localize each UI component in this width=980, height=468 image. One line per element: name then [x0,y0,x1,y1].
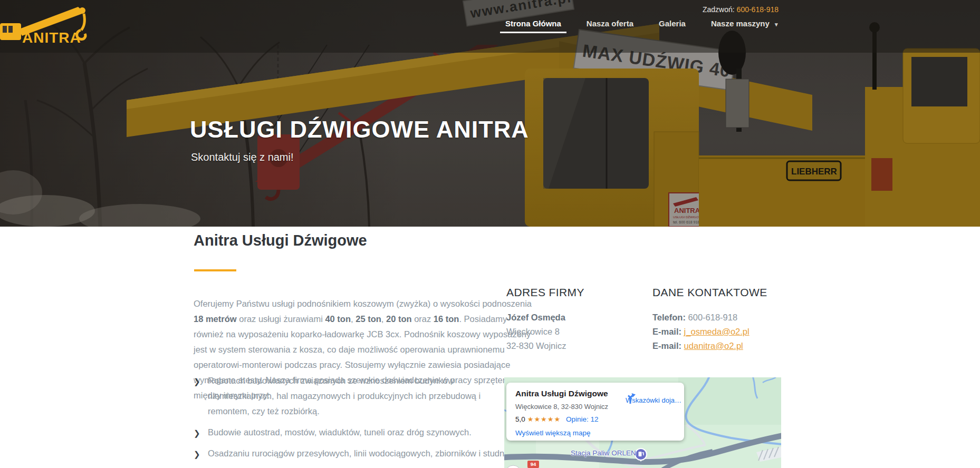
call-label: Zadzwoń: [703,5,735,14]
page: www.anitra.pl MAX UDŹWIG 40T [0,0,980,468]
para-seg-bold: 40 ton [325,314,351,324]
address-city: 32-830 Wojnicz [506,339,584,353]
email-link-2[interactable]: udanitra@o2.pl [684,341,743,350]
hero-section: www.anitra.pl MAX UDŹWIG 40T [0,0,980,227]
directions-control[interactable]: Wskazówki doja… [624,392,683,404]
list-item-text: Robotach budowlanych związanych ze wznos… [208,376,481,416]
road-number-badge: 94 [527,461,539,468]
google-map-embed[interactable]: Stacja Paliw ORLEN 94 Anitra Usługi Dźwi… [504,377,781,468]
header-band [0,0,980,53]
rating-value: 5,0 [515,415,525,423]
contact-block: DANE KONTAKTOWE Telefon: 600-618-918 E-m… [652,286,767,353]
map-card-rating: 5,0★★★★★Opinie: 12 [515,415,599,423]
anitra-logo[interactable]: ANITRA [0,0,111,44]
topbar-phone-link[interactable]: 600-618-918 [737,5,779,14]
email-link-1[interactable]: j_osmeda@o2.pl [684,327,750,336]
logo-text: ANITRA [22,30,81,44]
chevron-right-icon: ❯ [194,446,200,462]
poi-label-orlen[interactable]: Stacja Paliw ORLEN [571,449,636,457]
nav-nasze-maszyny[interactable]: Nasze maszyny ▾ [711,19,778,37]
owner-name: Józef Osmęda [506,313,565,322]
list-item-text: Budowie autostrad, mostów, wiaduktów, tu… [208,427,472,437]
para-seg: oraz usługi żurawiami [237,314,325,324]
para-seg: , [381,314,386,324]
reviews-link[interactable]: Opinie: 12 [566,415,599,423]
chevron-down-icon: ▾ [775,21,778,27]
services-list: ❯Robotach budowlanych związanych ze wzno… [194,373,521,468]
phone-label: Telefon: [652,313,686,322]
para-seg: oraz [412,314,434,324]
email-label: E-mail: [652,341,681,350]
contact-phone: 600-618-918 [688,313,738,322]
email-label: E-mail: [652,327,681,336]
address-street: Więckowice 8 [506,325,584,339]
para-seg: Oferujemy Państwu usługi podnośnikiem ko… [194,299,532,308]
page-title: Anitra Usługi Dźwigowe [194,232,367,249]
map-card-title: Anitra Usługi Dźwigowe [515,389,608,398]
topbar-call: Zadzwoń: 600-618-918 [703,5,779,14]
list-item: ❯Osadzaniu rurociągów przesyłowych, lini… [194,446,521,461]
company-address-block: ADRES FIRMY Józef Osmęda Więckowice 8 32… [506,286,584,353]
heading-underline [194,269,236,271]
nav-strona-glowna[interactable]: Strona Główna [505,19,561,37]
nav-nasza-oferta[interactable]: Nasza oferta [587,19,633,37]
nav-nasze-maszyny-label: Nasze maszyny [711,19,770,28]
list-item: ❯Robotach budowlanych związanych ze wzno… [194,373,521,419]
hero-photo: www.anitra.pl MAX UDŹWIG 40T [0,0,980,227]
list-item: ❯Budowie autostrad, mostów, wiaduktów, t… [194,425,521,440]
para-seg-bold: 25 ton [356,314,381,324]
contact-heading: DANE KONTAKTOWE [652,286,767,299]
para-seg-bold: 20 ton [386,314,412,324]
map-card-address: Więckowice 8, 32-830 Wojnicz [515,403,608,411]
list-item-text: Osadzaniu rurociągów przesyłowych, linii… [208,448,508,458]
para-seg-bold: 16 ton [434,314,459,324]
view-larger-map-link[interactable]: Wyświetl większą mapę [515,429,590,437]
directions-icon [624,392,637,405]
main-nav: Strona Główna Nasza oferta Galeria Nasze… [505,19,778,37]
address-heading: ADRES FIRMY [506,286,584,299]
star-rating-icons: ★★★★★ [527,415,561,423]
para-seg: , [351,314,356,324]
para-seg-bold: 18 metrów [194,314,237,324]
map-info-card: Anitra Usługi Dźwigowe Więckowice 8, 32-… [506,383,684,441]
chevron-right-icon: ❯ [194,374,200,389]
chevron-right-icon: ❯ [194,425,200,441]
hero-subtitle: Skontaktuj się z nami! [191,151,294,163]
nav-galeria[interactable]: Galeria [659,19,686,37]
hero-title: USŁUGI DŹWIGOWE ANITRA [190,116,529,143]
